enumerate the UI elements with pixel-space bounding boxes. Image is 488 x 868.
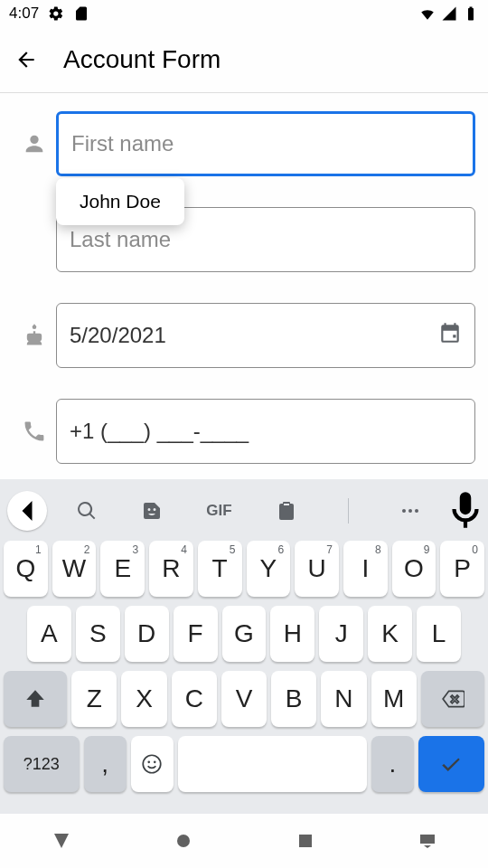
svg-rect-7 <box>299 835 312 847</box>
key-j[interactable]: J <box>319 606 363 662</box>
key-s[interactable]: S <box>76 606 120 662</box>
key-v[interactable]: V <box>221 671 267 727</box>
nav-home-icon[interactable] <box>173 830 194 852</box>
key-y[interactable]: Y6 <box>247 541 291 597</box>
backspace-key[interactable] <box>421 671 484 727</box>
keyboard-toolbar: GIF <box>0 486 488 535</box>
kb-row-2: ASDFGHJKL <box>2 606 486 662</box>
symbols-key[interactable]: ?123 <box>4 736 80 792</box>
space-key[interactable] <box>178 736 367 792</box>
kb-collapse-button[interactable] <box>7 491 47 531</box>
key-e[interactable]: E3 <box>100 541 145 597</box>
key-m[interactable]: M <box>371 671 417 727</box>
comma-key[interactable]: , <box>84 736 127 792</box>
search-icon[interactable] <box>76 500 98 522</box>
key-d[interactable]: D <box>125 606 169 662</box>
enter-key[interactable] <box>418 736 484 792</box>
person-icon <box>22 131 47 156</box>
mic-icon[interactable] <box>443 488 488 533</box>
account-form: First name John Doe Last name 5/20/2021 … <box>0 93 488 464</box>
key-f[interactable]: F <box>174 606 218 662</box>
check-icon <box>439 752 463 776</box>
sd-card-icon <box>73 5 89 22</box>
signal-icon <box>441 5 457 22</box>
clipboard-icon[interactable] <box>276 500 297 522</box>
key-q[interactable]: Q1 <box>4 541 48 597</box>
kb-row-4: ?123 , . <box>2 736 486 792</box>
key-i[interactable]: I8 <box>343 541 388 597</box>
key-p[interactable]: P0 <box>440 541 484 597</box>
kb-row-1: Q1W2E3R4T5Y6U7I8O9P0 <box>2 541 486 597</box>
nav-recent-icon[interactable] <box>295 830 316 852</box>
status-bar: 4:07 <box>0 0 488 27</box>
phone-icon <box>22 419 47 444</box>
gif-button[interactable]: GIF <box>206 502 231 520</box>
key-o[interactable]: O9 <box>392 541 436 597</box>
period-key[interactable]: . <box>371 736 414 792</box>
backspace-icon <box>441 687 465 711</box>
kb-row-3: ZXCVBNM <box>2 671 486 727</box>
svg-point-1 <box>408 509 412 513</box>
page-title: Account Form <box>63 45 221 74</box>
autofill-suggestion[interactable]: John Doe <box>56 178 184 225</box>
svg-point-5 <box>154 761 156 764</box>
keyboard: GIF Q1W2E3R4T5Y6U7I8O9P0 ASDFGHJKL ZXCVB… <box>0 479 488 814</box>
key-r[interactable]: R4 <box>149 541 193 597</box>
key-a[interactable]: A <box>27 606 71 662</box>
key-g[interactable]: G <box>222 606 267 662</box>
key-b[interactable]: B <box>271 671 316 727</box>
key-x[interactable]: X <box>121 671 166 727</box>
shift-key[interactable] <box>4 671 67 727</box>
first-name-field[interactable]: First name <box>56 111 475 176</box>
key-h[interactable]: H <box>270 606 314 662</box>
birthdate-row: 5/20/2021 <box>13 303 475 368</box>
cake-icon <box>22 323 47 348</box>
more-icon[interactable] <box>399 500 421 522</box>
nav-back-icon[interactable] <box>51 830 72 852</box>
key-t[interactable]: T5 <box>198 541 242 597</box>
emoji-icon <box>140 752 164 776</box>
svg-point-2 <box>415 509 418 513</box>
phone-value: +1 (___) ___-____ <box>70 419 249 444</box>
svg-point-3 <box>143 755 161 773</box>
key-k[interactable]: K <box>368 606 412 662</box>
back-arrow-icon[interactable] <box>14 48 38 71</box>
svg-point-4 <box>148 761 151 764</box>
key-l[interactable]: L <box>417 606 461 662</box>
key-n[interactable]: N <box>321 671 366 727</box>
phone-field[interactable]: +1 (___) ___-____ <box>56 399 475 464</box>
key-w[interactable]: W2 <box>52 541 97 597</box>
battery-icon <box>463 5 479 22</box>
wifi-icon <box>419 5 436 22</box>
kb-separator <box>348 498 349 524</box>
nav-hide-keyboard-icon[interactable] <box>417 830 438 852</box>
gear-icon <box>48 5 64 22</box>
chevron-left-icon <box>7 491 47 531</box>
emoji-key[interactable] <box>131 736 174 792</box>
phone-row: +1 (___) ___-____ <box>13 399 475 464</box>
first-name-row: First name <box>13 111 475 176</box>
svg-point-6 <box>177 835 190 847</box>
key-c[interactable]: C <box>172 671 217 727</box>
nav-bar <box>0 814 488 868</box>
birthdate-field[interactable]: 5/20/2021 <box>56 303 475 368</box>
first-name-placeholder: First name <box>71 131 174 156</box>
status-time: 4:07 <box>9 5 39 23</box>
calendar-icon[interactable] <box>438 321 462 344</box>
birthdate-value: 5/20/2021 <box>70 323 166 348</box>
last-name-placeholder: Last name <box>70 227 171 252</box>
svg-point-0 <box>402 509 406 513</box>
sticker-icon[interactable] <box>141 500 163 522</box>
shift-icon <box>23 687 47 711</box>
key-u[interactable]: U7 <box>295 541 339 597</box>
app-bar: Account Form <box>0 27 488 92</box>
key-z[interactable]: Z <box>71 671 117 727</box>
